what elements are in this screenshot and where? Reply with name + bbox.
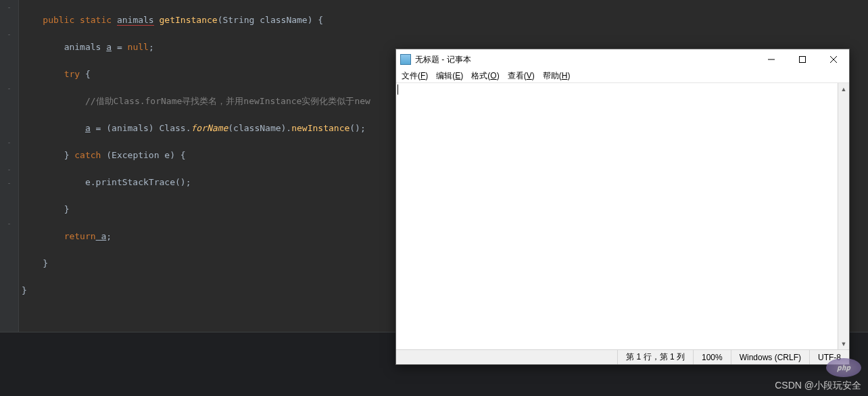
text-caret [397, 84, 398, 95]
editor-gutter: -- - - -- - [0, 0, 19, 332]
menu-help[interactable]: 帮助(H) [543, 70, 571, 82]
notepad-textarea[interactable]: ▲ ▼ [396, 83, 849, 349]
notepad-title-text: 无标题 - 记事本 [415, 54, 756, 66]
scroll-down-icon[interactable]: ▼ [838, 338, 849, 349]
maximize-button[interactable] [787, 49, 818, 70]
notepad-titlebar[interactable]: 无标题 - 记事本 [396, 49, 849, 70]
menu-format[interactable]: 格式(O) [471, 70, 499, 82]
notepad-menubar: 文件(F) 编辑(E) 格式(O) 查看(V) 帮助(H) [396, 70, 849, 83]
menu-file[interactable]: 文件(F) [402, 70, 428, 82]
minimize-button[interactable] [756, 49, 787, 70]
code-content[interactable]: public static animals getInstance(String… [19, 0, 373, 332]
status-zoom: 100% [693, 350, 731, 364]
vertical-scrollbar[interactable]: ▲ ▼ [838, 83, 849, 349]
menu-edit[interactable]: 编辑(E) [436, 70, 463, 82]
status-position: 第 1 行，第 1 列 [617, 350, 693, 364]
status-lineending: Windows (CRLF) [731, 350, 809, 364]
php-badge-icon: php [826, 358, 861, 377]
notepad-statusbar: 第 1 行，第 1 列 100% Windows (CRLF) UTF-8 [396, 349, 849, 364]
scroll-up-icon[interactable]: ▲ [838, 83, 849, 95]
notepad-icon [400, 54, 411, 65]
notepad-window[interactable]: 无标题 - 记事本 文件(F) 编辑(E) 格式(O) 查看(V) 帮助(H) … [395, 49, 850, 365]
menu-view[interactable]: 查看(V) [508, 70, 535, 82]
close-button[interactable] [818, 49, 849, 70]
watermark-text: CSDN @小段玩安全 [775, 380, 861, 392]
svg-rect-1 [800, 57, 806, 63]
